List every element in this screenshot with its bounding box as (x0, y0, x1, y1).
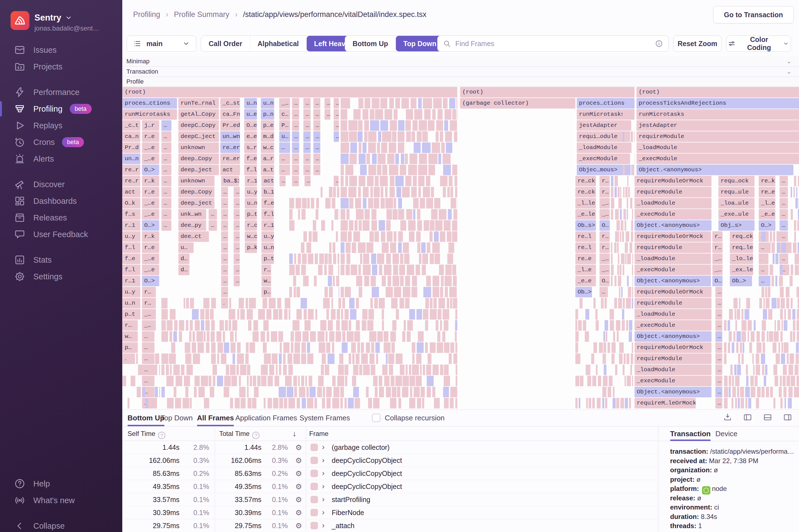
sidebar-item-dashboards[interactable]: Dashboards (0, 193, 122, 209)
flame-frame[interactable]: f…l (123, 242, 140, 253)
flame-frame[interactable]: O…> (759, 220, 775, 231)
expand-chevron-icon[interactable]: › (322, 495, 324, 504)
frame-settings-gear-icon[interactable]: ⚙ (295, 508, 302, 517)
flame-frame[interactable]: re…l (575, 242, 596, 253)
flame-frame[interactable]: … (221, 198, 228, 209)
expand-chevron-icon[interactable]: › (322, 469, 324, 478)
flame-frame[interactable]: dee…py (178, 220, 206, 231)
flame-frame[interactable]: Object.<anonymous> (636, 165, 794, 175)
flame-frame[interactable]: … (162, 198, 171, 209)
flame-frame[interactable]: … (142, 331, 154, 342)
flame-frame[interactable]: act (261, 176, 274, 186)
flame-frame[interactable]: … (303, 120, 311, 131)
flame-frame[interactable]: … (292, 131, 299, 142)
flame-frame[interactable]: … (303, 154, 311, 164)
flame-frame[interactable]: … (303, 98, 311, 109)
flame-frame[interactable]: re…r (123, 165, 140, 175)
search-input[interactable] (455, 39, 651, 48)
flame-frame[interactable]: … (716, 398, 722, 408)
flame-frame[interactable]: r… (712, 242, 723, 253)
flame-frame[interactable]: r… (599, 242, 610, 253)
flame-frame[interactable]: O… (712, 276, 723, 286)
flame-frame[interactable]: … (234, 276, 240, 286)
flame-frame[interactable]: … (162, 220, 171, 231)
flame-frame[interactable]: u…n (244, 98, 257, 109)
flame-frame[interactable]: O…k (123, 198, 140, 209)
flame-frame[interactable]: _execModule (577, 154, 630, 164)
flame-frame[interactable]: j…r (142, 120, 159, 131)
flame-frame[interactable]: … (221, 265, 228, 275)
flame-frame[interactable]: _… (712, 265, 723, 275)
flame-frame[interactable]: un…wn (220, 131, 240, 142)
flame-frame[interactable]: … (292, 98, 299, 109)
flame-frame[interactable]: _l…le (575, 198, 596, 209)
flame-frame[interactable]: f…e (244, 154, 257, 164)
sidebar-item-stats[interactable]: Stats (0, 251, 122, 268)
flame-frame[interactable]: processTicksAndRejections (636, 98, 799, 109)
segment-option-alphabetical[interactable]: Alphabetical (250, 36, 307, 51)
flame-frame[interactable]: dee…ct (178, 231, 209, 242)
sidebar-item-settings[interactable]: Settings (0, 268, 122, 285)
flame-frame[interactable]: _… (599, 265, 610, 275)
table-row[interactable]: 49.35ms0.1%49.35ms0.1%⚙›deepCyclicCopyOb… (123, 480, 658, 493)
flame-frame[interactable]: getAl…Copy (178, 109, 219, 120)
flame-frame[interactable]: _… (599, 198, 610, 209)
flame-frame[interactable]: re…ck (575, 176, 596, 186)
flame-frame[interactable]: _e…le (575, 209, 596, 220)
flame-frame[interactable]: p…n (261, 109, 274, 120)
flame-frame[interactable]: f…l (244, 165, 257, 175)
flame-frame[interactable]: a…r (261, 154, 274, 164)
flame-frame[interactable]: deep…Copy (178, 187, 215, 197)
flame-frame[interactable]: req…ck (730, 231, 753, 242)
sidebar-item-profiling[interactable]: Profilingbeta (0, 100, 122, 117)
flame-frame[interactable]: … (780, 187, 788, 197)
flame-frame[interactable]: _ex…le (730, 265, 753, 275)
flame-frame[interactable]: Objec…mous> (577, 165, 630, 175)
flame-frame[interactable]: … (716, 376, 722, 386)
flame-frame[interactable]: p…t (123, 309, 140, 320)
flame-frame[interactable]: … (303, 131, 311, 142)
flame-frame[interactable]: … (234, 231, 240, 242)
flame-frame[interactable]: u… (279, 131, 290, 142)
flame-frame[interactable]: … (324, 98, 330, 109)
flame-frame[interactable]: … (292, 142, 299, 153)
expand-chevron-icon[interactable]: › (322, 442, 324, 452)
flame-frame[interactable]: proces…ctions (123, 98, 177, 109)
flame-frame[interactable]: … (303, 165, 311, 175)
flame-frame[interactable]: … (142, 376, 154, 386)
flame-frame[interactable]: _…e (142, 209, 159, 220)
breadcrumb-profiling[interactable]: Profiling (133, 10, 160, 19)
table-row[interactable]: 30.39ms0.1%30.39ms0.1%⚙›FiberNode (123, 506, 658, 519)
flame-frame[interactable]: re…e (575, 253, 596, 264)
flame-frame[interactable]: re…e (759, 187, 775, 197)
flame-frame[interactable]: O… (599, 220, 610, 231)
flame-frame[interactable]: r… (599, 187, 610, 197)
flame-frame[interactable]: r…e (142, 242, 159, 253)
section-transaction[interactable]: Transaction ⌄ (123, 66, 799, 77)
color-coding-button[interactable]: Color Coding (726, 36, 791, 52)
flame-frame[interactable]: _loadModule (636, 142, 799, 153)
flame-frame[interactable]: … (162, 154, 171, 164)
flame-frame[interactable]: … (162, 142, 171, 153)
flame-frame[interactable]: _execModule (634, 209, 711, 220)
flame-frame[interactable]: … (221, 187, 228, 197)
details-tab-transaction[interactable]: Transaction (670, 426, 711, 441)
flame-frame[interactable]: … (716, 365, 722, 375)
flame-frame[interactable]: p…t (245, 209, 257, 220)
flame-frame[interactable]: b…1 (261, 187, 274, 197)
total-time-header[interactable]: Total Time? (219, 430, 259, 439)
expand-chevron-icon[interactable]: › (322, 508, 324, 517)
flame-frame[interactable]: u…n (123, 298, 140, 308)
flame-frame[interactable]: unknown (178, 176, 215, 186)
flame-frame[interactable]: requireModule (634, 354, 711, 364)
flame-frame[interactable]: … (716, 331, 722, 342)
flame-frame[interactable]: re…er (220, 154, 240, 164)
flame-frame[interactable]: … (209, 209, 217, 220)
flame-frame[interactable]: … (324, 109, 330, 120)
flame-frame[interactable]: ca…Fn (220, 109, 240, 120)
flame-frame[interactable]: … (209, 220, 217, 231)
flame-frame[interactable]: e…e (244, 131, 257, 142)
flame-frame[interactable]: … (780, 209, 788, 220)
flame-frame[interactable]: f…l (261, 209, 274, 220)
flame-frame[interactable]: r…c (245, 220, 257, 231)
